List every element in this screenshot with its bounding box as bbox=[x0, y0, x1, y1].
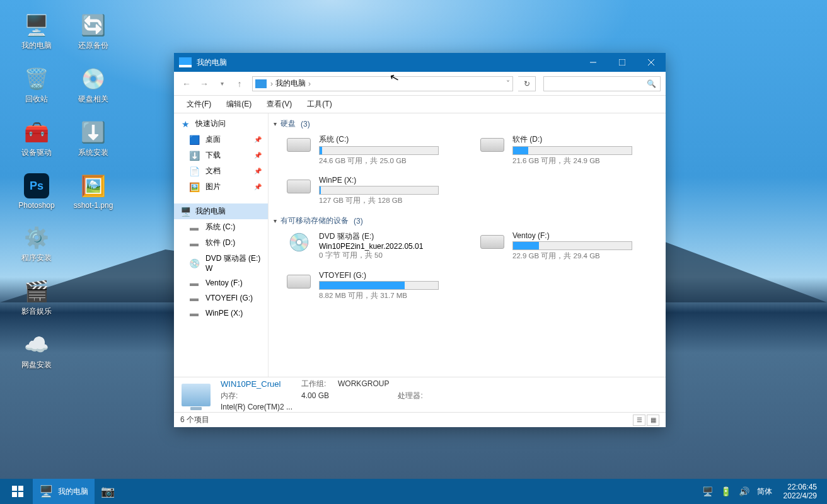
breadcrumb[interactable]: 我的电脑 bbox=[273, 78, 308, 89]
sidebar-drive-item[interactable]: ▬VTOYEFI (G:) bbox=[174, 290, 268, 306]
restore-icon: 🔄 bbox=[81, 13, 106, 38]
details-pane: WIN10PE_Cruel 工作组: WORKGROUP 内存: 4.00 GB… bbox=[174, 377, 666, 412]
hdd-icon bbox=[286, 134, 311, 156]
usage-bar bbox=[319, 146, 439, 155]
breadcrumb-dropdown[interactable]: ˅ bbox=[506, 79, 510, 88]
desktop-icon-sysinstall[interactable]: ⬇️系统安装 bbox=[69, 120, 117, 158]
sidebar-quick-item[interactable]: 📄文档📌 bbox=[174, 163, 268, 179]
computer-icon[interactable]: 🖥️ bbox=[702, 486, 713, 496]
view-icons-button[interactable]: ▦ bbox=[647, 415, 659, 426]
titlebar[interactable]: 我的电脑 bbox=[174, 53, 666, 72]
hdd-icon bbox=[286, 271, 311, 292]
sidebar-quick-access[interactable]: ★快速访问 bbox=[174, 116, 268, 132]
search-input[interactable]: 🔍 bbox=[543, 76, 661, 91]
desktop-icon-recycle[interactable]: 🗑️回收站 bbox=[13, 66, 61, 105]
menu-item[interactable]: 查看(V) bbox=[259, 96, 299, 112]
main-pane[interactable]: ▾硬盘(3)系统 (C:)24.6 GB 可用，共 25.0 GB软件 (D:)… bbox=[269, 113, 666, 377]
desktop-icon-cloud[interactable]: ☁️网盘安装 bbox=[13, 332, 61, 370]
drive-name: Ventoy (F:) bbox=[512, 231, 658, 240]
desktop-icon-photoshop[interactable]: PsPhotoshop bbox=[13, 173, 61, 210]
drive-item[interactable]: 💿DVD 驱动器 (E:)Win10PE2in1_kuer.2022.05.01… bbox=[284, 229, 467, 263]
sidebar: ★快速访问 🟦桌面📌⬇️下载📌📄文档📌🖼️图片📌 🖥️我的电脑 ▬系统 (C:)… bbox=[174, 113, 269, 377]
computer-name: WIN10PE_Cruel bbox=[221, 379, 290, 389]
desktop-icon-diskrel[interactable]: 💿硬盘相关 bbox=[69, 66, 117, 105]
computer-icon bbox=[179, 57, 192, 67]
battery-icon[interactable]: 🔋 bbox=[720, 486, 731, 496]
sidebar-drive-item[interactable]: ▬系统 (C:) bbox=[174, 219, 268, 235]
drive-item[interactable]: WinPE (X:)127 GB 可用，共 128 GB bbox=[284, 173, 467, 208]
desktop-icon-restore[interactable]: 🔄还原备份 bbox=[69, 13, 117, 51]
sidebar-drive-item[interactable]: 💿DVD 驱动器 (E:) W bbox=[174, 251, 268, 275]
drive-usage-text: 22.9 GB 可用，共 29.4 GB bbox=[512, 251, 658, 261]
group-header[interactable]: ▾有可移动存储的设备(3) bbox=[274, 213, 661, 229]
menu-item[interactable]: 工具(T) bbox=[299, 96, 339, 112]
pin-icon: 📌 bbox=[254, 183, 262, 190]
close-button[interactable] bbox=[637, 53, 666, 72]
drive-item[interactable]: 系统 (C:)24.6 GB 可用，共 25.0 GB bbox=[284, 132, 467, 168]
status-bar: 6 个项目 ☰ ▦ bbox=[174, 412, 666, 427]
drive-name: VTOYEFI (G:) bbox=[319, 271, 465, 280]
desktop[interactable]: 🖥️我的电脑🔄还原备份🗑️回收站💿硬盘相关🧰设备驱动⬇️系统安装PsPhotos… bbox=[0, 0, 827, 504]
desktop-icon-devdrv[interactable]: 🧰设备驱动 bbox=[13, 120, 61, 158]
pin-icon: 📌 bbox=[254, 136, 262, 143]
drive-name: 软件 (D:) bbox=[512, 134, 658, 145]
appinstall-icon: ⚙️ bbox=[24, 225, 49, 250]
address-bar[interactable]: › 我的电脑 › ˅ bbox=[252, 76, 513, 91]
back-button[interactable]: ← bbox=[179, 76, 194, 91]
usage-bar bbox=[319, 186, 439, 195]
history-dropdown[interactable]: ▾ bbox=[214, 76, 229, 91]
sidebar-drive-item[interactable]: ▬Ventoy (F:) bbox=[174, 275, 268, 290]
ime-indicator[interactable]: 简体 bbox=[757, 486, 772, 497]
volume-icon[interactable]: 🔊 bbox=[739, 486, 749, 496]
svg-rect-1 bbox=[619, 59, 625, 66]
drive-item[interactable]: Ventoy (F:)22.9 GB 可用，共 29.4 GB bbox=[477, 229, 661, 263]
usage-bar bbox=[319, 281, 439, 290]
svg-rect-5 bbox=[18, 486, 23, 491]
view-details-button[interactable]: ☰ bbox=[633, 415, 645, 426]
clock[interactable]: 22:06:45 2022/4/29 bbox=[780, 483, 821, 501]
usage-bar bbox=[512, 146, 632, 155]
hdd-icon bbox=[480, 134, 505, 156]
computer-icon: 🖥️ bbox=[39, 484, 53, 498]
menu-item[interactable]: 编辑(E) bbox=[219, 96, 259, 112]
minimize-button[interactable] bbox=[579, 53, 608, 72]
drive-name: WinPE (X:) bbox=[319, 176, 465, 185]
diskrel-icon: 💿 bbox=[81, 66, 106, 91]
sidebar-quick-item[interactable]: 🟦桌面📌 bbox=[174, 132, 268, 147]
explorer-window: 我的电脑 ← → ▾ ↑ › 我的电脑 › ˅ ↻ 🔍 文件(F)编辑(E)查看… bbox=[174, 53, 666, 427]
sshot-icon: 🖼️ bbox=[81, 173, 106, 198]
sidebar-drive-item[interactable]: ▬软件 (D:) bbox=[174, 235, 268, 251]
maximize-button[interactable] bbox=[608, 53, 637, 72]
forward-button[interactable]: → bbox=[197, 76, 212, 91]
up-button[interactable]: ↑ bbox=[232, 76, 247, 91]
desktop-icon-sshot[interactable]: 🖼️sshot-1.png bbox=[69, 173, 117, 210]
menubar: 文件(F)编辑(E)查看(V)工具(T) bbox=[174, 96, 666, 113]
hdd-icon bbox=[286, 176, 311, 197]
drive-item[interactable]: VTOYEFI (G:)8.82 MB 可用，共 31.7 MB bbox=[284, 268, 467, 303]
taskbar-camera[interactable]: 📷 bbox=[95, 479, 121, 504]
sidebar-quick-item[interactable]: 🖼️图片📌 bbox=[174, 179, 268, 195]
svg-rect-4 bbox=[12, 486, 17, 491]
drive-item[interactable]: 软件 (D:)21.6 GB 可用，共 24.9 GB bbox=[477, 132, 661, 168]
star-icon: ★ bbox=[180, 119, 190, 129]
taskbar[interactable]: 🖥️我的电脑 📷 🖥️ 🔋 🔊 简体 22:06:45 2022/4/29 bbox=[0, 479, 827, 504]
computer-icon bbox=[255, 79, 267, 88]
group-header[interactable]: ▾硬盘(3) bbox=[274, 116, 661, 132]
desktop-icon-appinstall[interactable]: ⚙️程序安装 bbox=[13, 225, 61, 263]
start-button[interactable] bbox=[3, 479, 33, 504]
sidebar-this-pc[interactable]: 🖥️我的电脑 bbox=[174, 203, 268, 219]
desktop-icon-mycomputer[interactable]: 🖥️我的电脑 bbox=[13, 13, 61, 51]
cloud-icon: ☁️ bbox=[24, 332, 49, 357]
refresh-button[interactable]: ↻ bbox=[518, 76, 536, 91]
menu-item[interactable]: 文件(F) bbox=[179, 96, 219, 112]
sidebar-drive-item[interactable]: ▬WinPE (X:) bbox=[174, 306, 268, 321]
sidebar-quick-item[interactable]: ⬇️下载📌 bbox=[174, 147, 268, 163]
computer-icon bbox=[182, 384, 211, 406]
devdrv-icon: 🧰 bbox=[24, 120, 49, 145]
drive-name: DVD 驱动器 (E:) bbox=[319, 231, 465, 242]
taskbar-explorer[interactable]: 🖥️我的电脑 bbox=[33, 479, 95, 504]
drive-usage-text: 8.82 MB 可用，共 31.7 MB bbox=[319, 291, 465, 301]
sysinstall-icon: ⬇️ bbox=[81, 120, 106, 145]
computer-icon: 🖥️ bbox=[180, 207, 190, 217]
desktop-icon-media[interactable]: 🎬影音娱乐 bbox=[13, 278, 61, 317]
